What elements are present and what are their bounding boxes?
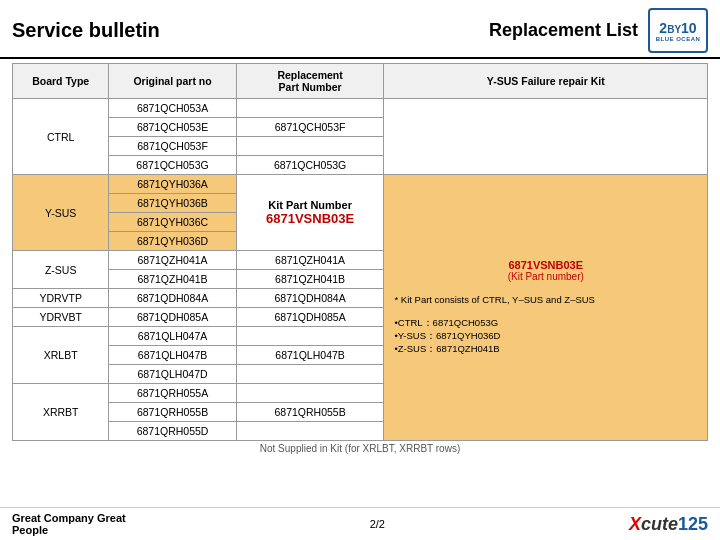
- footer: Great Company Great People 2/2 X cute 12…: [0, 507, 720, 540]
- original-part-cell: 6871QZH041B: [109, 270, 236, 289]
- replacement-cell: 6871QRH055B: [236, 403, 384, 422]
- xcute-label: X: [629, 514, 641, 535]
- header: Service bulletin Replacement List 2BY10 …: [0, 0, 720, 59]
- original-part-cell: 6871QDH085A: [109, 308, 236, 327]
- original-part-cell: 6871QYH036C: [109, 213, 236, 232]
- col-replacement-part: ReplacementPart Number: [236, 64, 384, 99]
- footer-brand: X cute 125: [629, 514, 708, 535]
- original-part-cell: 6871QCH053A: [109, 99, 236, 118]
- replacement-cell: [236, 422, 384, 441]
- replacement-cell: 6871QDH084A: [236, 289, 384, 308]
- board-type-ydrvtp: YDRVTP: [13, 289, 109, 308]
- board-type-ydrvbt: YDRVBT: [13, 308, 109, 327]
- not-supplied-label: Not Supplied in Kit (for XRLBT, XRRBT ro…: [12, 443, 708, 454]
- ysus-kit-cell-ctrl: [384, 99, 708, 175]
- page-title: Service bulletin: [12, 19, 160, 42]
- table-row: CTRL 6871QCH053A: [13, 99, 708, 118]
- table-container: Board Type Original part no ReplacementP…: [0, 59, 720, 458]
- board-type-ysus: Y-SUS: [13, 175, 109, 251]
- original-part-cell: 6871QLH047B: [109, 346, 236, 365]
- table-row-highlight: Y-SUS 6871QYH036A Kit Part Number 6871VS…: [13, 175, 708, 194]
- board-type-xrrbt: XRRBT: [13, 384, 109, 441]
- main-table: Board Type Original part no ReplacementP…: [12, 63, 708, 441]
- replacement-cell: [236, 384, 384, 403]
- logo-sub: BLUE OCEAN: [656, 36, 701, 42]
- logo: 2BY10 BLUE OCEAN: [648, 8, 708, 53]
- board-type-zsus: Z-SUS: [13, 251, 109, 289]
- replacement-cell: [236, 327, 384, 346]
- replacement-cell: 6871QCH053F: [236, 118, 384, 137]
- original-part-cell: 6871QLH047A: [109, 327, 236, 346]
- original-part-cell: 6871QCH053E: [109, 118, 236, 137]
- board-type-xrlbt: XRLBT: [13, 327, 109, 384]
- replacement-cell: [236, 365, 384, 384]
- original-part-cell: 6871QCH053G: [109, 156, 236, 175]
- original-part-cell: 6871QRH055D: [109, 422, 236, 441]
- replacement-cell: 6871QZH041B: [236, 270, 384, 289]
- original-part-cell: 6871QRH055A: [109, 384, 236, 403]
- col-original-part: Original part no: [109, 64, 236, 99]
- kit-title: 6871VSNB03E: [390, 259, 701, 271]
- replacement-cell: 6871QLH047B: [236, 346, 384, 365]
- kit-bullets: •CTRL：6871QCH053G •Y-SUS：6871QYH036D •Z-…: [390, 317, 701, 356]
- original-part-cell: 6871QZH041A: [109, 251, 236, 270]
- original-part-cell: 6871QDH084A: [109, 289, 236, 308]
- replacement-cell: 6871QZH041A: [236, 251, 384, 270]
- col-ysus-kit: Y-SUS Failure repair Kit: [384, 64, 708, 99]
- replacement-cell: [236, 137, 384, 156]
- replacement-title: Replacement List: [489, 20, 638, 41]
- xcute-text: cute: [641, 514, 678, 535]
- ysus-failure-kit-cell: 6871VSNB03E (Kit Part number) * Kit Part…: [384, 175, 708, 441]
- original-part-cell: 6871QLH047D: [109, 365, 236, 384]
- footer-company: Great Company Great People: [12, 512, 126, 536]
- kit-subtitle: (Kit Part number): [390, 271, 701, 282]
- xcute-number: 125: [678, 514, 708, 535]
- kit-desc: * Kit Part consists of CTRL, Y–SUS and Z…: [390, 294, 701, 305]
- original-part-cell: 6871QRH055B: [109, 403, 236, 422]
- original-part-cell: 6871QYH036D: [109, 232, 236, 251]
- original-part-cell: 6871QYH036B: [109, 194, 236, 213]
- board-type-cell: CTRL: [13, 99, 109, 175]
- header-right: Replacement List 2BY10 BLUE OCEAN: [489, 8, 708, 53]
- replacement-cell: 6871QDH085A: [236, 308, 384, 327]
- logo-text: 2BY10: [659, 20, 696, 36]
- replacement-cell: [236, 99, 384, 118]
- footer-page: 2/2: [370, 518, 385, 530]
- kit-part-number-cell: Kit Part Number 6871VSNB03E: [236, 175, 384, 251]
- col-board-type: Board Type: [13, 64, 109, 99]
- original-part-cell: 6871QYH036A: [109, 175, 236, 194]
- table-header-row: Board Type Original part no ReplacementP…: [13, 64, 708, 99]
- original-part-cell: 6871QCH053F: [109, 137, 236, 156]
- replacement-cell: 6871QCH053G: [236, 156, 384, 175]
